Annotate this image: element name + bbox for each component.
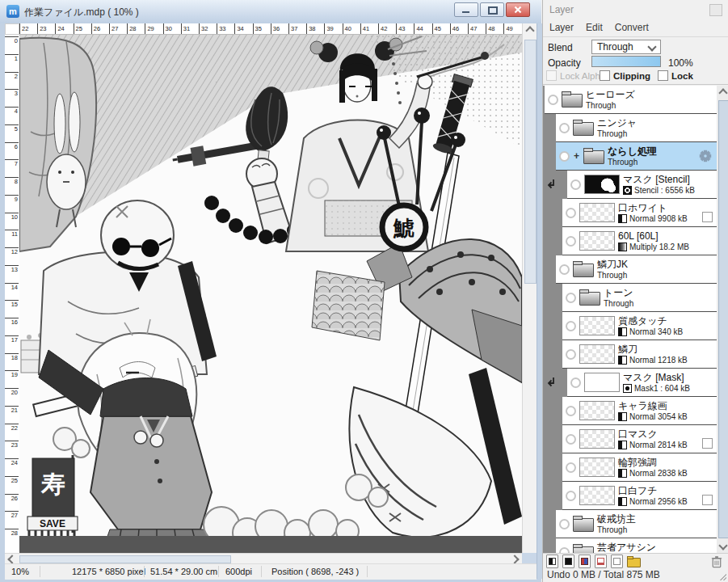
maximize-icon bbox=[488, 6, 498, 15]
add-folder-icon[interactable] bbox=[627, 558, 641, 567]
layer-row[interactable]: 鱗刀JKThrough bbox=[556, 255, 717, 284]
scroll-left-icon[interactable] bbox=[7, 555, 16, 563]
folder-icon bbox=[583, 150, 604, 164]
canvas-horizontal-scrollbar[interactable] bbox=[5, 553, 522, 563]
layer-row[interactable]: 口ホワイトNormal 9908 kB bbox=[562, 199, 717, 227]
visibility-toggle[interactable] bbox=[566, 236, 576, 247]
layer-list-scrollbar[interactable] bbox=[717, 86, 728, 553]
layer-row[interactable]: ニンジャThrough bbox=[556, 114, 717, 142]
ruler-h-label: 46 bbox=[450, 23, 459, 35]
scroll-up-icon[interactable] bbox=[718, 88, 727, 97]
opacity-value: 100% bbox=[668, 57, 693, 69]
visibility-toggle[interactable] bbox=[559, 264, 570, 275]
layer-row[interactable]: +ならし処理Through bbox=[556, 142, 717, 171]
visibility-toggle[interactable] bbox=[566, 321, 576, 331]
ruler-v-label: 8 bbox=[5, 177, 19, 195]
layer-row[interactable]: キャラ線画Normal 3054 kB bbox=[562, 397, 717, 425]
maximize-button[interactable] bbox=[480, 2, 504, 17]
titlebar[interactable]: m 作業ファイル.mdp ( 10% ) bbox=[0, 0, 541, 24]
menu-item-edit[interactable]: Edit bbox=[586, 22, 603, 33]
visibility-toggle[interactable] bbox=[566, 349, 576, 360]
horizontal-scroll-thumb[interactable] bbox=[19, 555, 231, 563]
blend-select[interactable]: Through bbox=[591, 40, 661, 54]
layer-text: 口白フチNormal 2956 kB bbox=[618, 486, 688, 506]
duplicate-layer-icon[interactable] bbox=[611, 555, 623, 568]
layer-row[interactable]: 口マスクNormal 2814 kB bbox=[562, 425, 717, 453]
add-layer-color-icon[interactable] bbox=[579, 555, 591, 568]
opacity-label: Opacity bbox=[548, 57, 581, 69]
layer-flag-checkbox[interactable] bbox=[702, 438, 713, 449]
ruler-h-label: 26 bbox=[91, 23, 100, 35]
visibility-toggle[interactable] bbox=[566, 491, 576, 501]
visibility-toggle[interactable] bbox=[566, 462, 576, 473]
layer-row[interactable]: 口白フチNormal 2956 kB bbox=[562, 482, 717, 510]
status-zoom: 10% bbox=[11, 567, 29, 576]
add-layer-8bit-icon[interactable] bbox=[562, 555, 574, 568]
layer-row[interactable]: ヒーローズThrough bbox=[545, 86, 717, 114]
layer-flag-checkbox[interactable] bbox=[702, 212, 713, 222]
menu-item-layer[interactable]: Layer bbox=[549, 22, 574, 33]
trash-icon[interactable] bbox=[711, 555, 722, 568]
layer-scroll-thumb[interactable] bbox=[718, 100, 728, 538]
checkbox-lock[interactable]: Lock bbox=[658, 70, 693, 81]
layer-sub-text: Stencil : 6556 kB bbox=[634, 186, 695, 195]
gear-icon[interactable] bbox=[699, 150, 712, 162]
scroll-right-icon[interactable] bbox=[510, 555, 519, 563]
layer-thumbnail bbox=[579, 486, 615, 505]
layer-panel: Layer LayerEditConvert Blend Through Opa… bbox=[542, 0, 728, 582]
layer-row[interactable]: 輪郭強調Normal 2838 kB bbox=[562, 453, 717, 482]
blend-mode-icon bbox=[618, 356, 627, 365]
checkbox-box[interactable] bbox=[658, 70, 668, 81]
layer-row[interactable]: 60L [60L]Multiply 18.2 MB bbox=[562, 227, 717, 255]
minimize-button[interactable] bbox=[454, 2, 478, 17]
visibility-toggle[interactable] bbox=[566, 293, 576, 303]
layer-row[interactable]: 質感タッチNormal 340 kB bbox=[562, 312, 717, 340]
checkbox-clipping[interactable]: Clipping bbox=[600, 70, 650, 81]
visibility-toggle[interactable] bbox=[566, 208, 576, 218]
folder-icon bbox=[562, 94, 583, 108]
visibility-toggle[interactable] bbox=[559, 519, 570, 529]
ruler-v-label: 24 bbox=[5, 458, 19, 476]
ruler-h-label: 29 bbox=[145, 23, 154, 35]
layer-row[interactable]: マスク [Mask]Mask1 : 604 kB bbox=[567, 369, 717, 397]
visibility-toggle[interactable] bbox=[548, 95, 558, 105]
canvas-viewport[interactable]: 鯱 bbox=[19, 35, 522, 553]
ruler-horizontal: 2223242526272829303132333435363738394041… bbox=[19, 23, 522, 35]
visibility-toggle[interactable] bbox=[566, 434, 576, 445]
layer-row[interactable]: 破戒坊主Through bbox=[556, 510, 717, 538]
add-layer-halftone-icon[interactable] bbox=[546, 555, 558, 568]
visibility-toggle[interactable] bbox=[559, 123, 570, 133]
scroll-up-icon[interactable] bbox=[525, 26, 534, 35]
layer-sub-text: Through bbox=[597, 271, 627, 280]
resize-grip[interactable] bbox=[720, 574, 726, 580]
visibility-toggle[interactable] bbox=[570, 377, 581, 388]
layer-row[interactable]: 芸者アサシンThrough bbox=[556, 538, 717, 553]
visibility-toggle[interactable] bbox=[559, 151, 570, 162]
ruler-h-label: 25 bbox=[74, 23, 82, 35]
visibility-toggle[interactable] bbox=[570, 179, 581, 190]
ruler-v-label: 22 bbox=[5, 424, 19, 441]
visibility-toggle[interactable] bbox=[566, 406, 576, 416]
layer-row[interactable]: マスク [Stencil]Stencil : 6556 kB bbox=[567, 171, 717, 199]
panel-menu-button[interactable] bbox=[709, 4, 722, 16]
ruler-h-label: 27 bbox=[109, 23, 118, 35]
scroll-down-icon[interactable] bbox=[718, 541, 727, 550]
vertical-scroll-thumb[interactable] bbox=[524, 40, 537, 284]
layer-row[interactable]: トーンThrough bbox=[562, 284, 717, 312]
checkbox-box[interactable] bbox=[600, 70, 610, 81]
clear-layer-icon[interactable] bbox=[595, 555, 607, 568]
layer-sub-text: Through bbox=[586, 101, 616, 110]
layer-text: 輪郭強調Normal 2838 kB bbox=[618, 458, 688, 478]
close-button[interactable] bbox=[506, 2, 530, 17]
ruler-v-label: 6 bbox=[5, 142, 19, 160]
ruler-v-label: 7 bbox=[5, 159, 19, 177]
checkbox-label: Lock Alpha bbox=[560, 71, 605, 81]
layer-row[interactable]: 鱗刀Normal 1218 kB bbox=[562, 340, 717, 369]
canvas-vertical-scrollbar[interactable] bbox=[522, 23, 537, 553]
menu-item-convert[interactable]: Convert bbox=[615, 22, 649, 33]
layer-text: ヒーローズThrough bbox=[586, 90, 635, 110]
opacity-slider[interactable] bbox=[591, 56, 661, 67]
folder-expand-toggle[interactable]: + bbox=[573, 153, 580, 160]
layer-flag-checkbox[interactable] bbox=[702, 495, 713, 505]
visibility-toggle[interactable] bbox=[559, 547, 570, 554]
